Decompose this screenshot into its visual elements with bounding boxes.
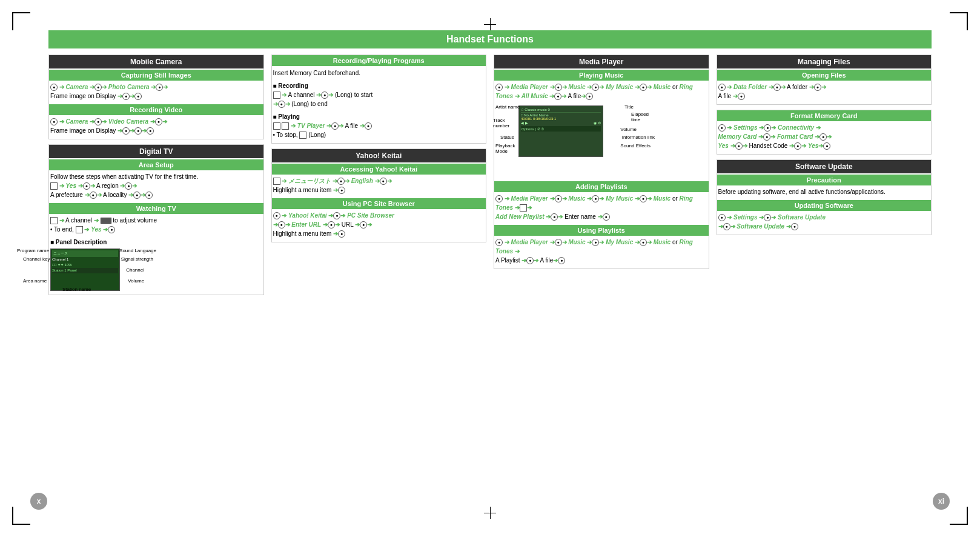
software-update-title: Software Update: [717, 160, 932, 173]
col-managing-files: Managing Files Opening Files ● ➔ Data Fo…: [717, 55, 932, 300]
managing-files-title: Managing Files: [717, 55, 932, 68]
mobile-camera-section: Mobile Camera Capturing Still Images ● ➔…: [48, 55, 264, 139]
col-media-player: Media Player Playing Music ● ➔ Media Pla…: [494, 55, 709, 300]
recording-label: ■ Recording: [273, 81, 485, 90]
icon-end: [76, 226, 83, 233]
insert-memory-card-note: Insert Memory Card beforehand.: [272, 68, 486, 78]
opening-files-title: Opening Files: [717, 70, 932, 81]
pc-site-browser-content: ● ➔ Yahoo! Keitai ➔●➔ PC Site Browser ➔●…: [272, 211, 486, 238]
media-player-section: Media Player Playing Music ● ➔ Media Pla…: [494, 55, 709, 269]
pc-site-browser-title: Using PC Site Browser: [272, 198, 486, 209]
mobile-camera-title: Mobile Camera: [49, 55, 263, 68]
icon-yahoo-access: [273, 178, 280, 185]
crosshair-top: [484, 18, 496, 30]
label-program-name: Program name: [17, 247, 49, 255]
playing-label: ■ Playing: [273, 112, 485, 121]
label-track-number: Tracknumber: [493, 118, 509, 128]
media-screen: ♫ Classic music 0 □ No Artist Name 40/08…: [518, 105, 603, 157]
capturing-still-images-title: Capturing Still Images: [49, 70, 263, 81]
adding-playlists-content: ● ➔ Media Player ➔●➔ Music ➔●➔ My Music …: [494, 194, 709, 221]
yahoo-keitai-section: Yahoo! Keitai Accessing Yahoo! Keitai ➔ …: [271, 148, 487, 242]
label-artist-name: Artist name: [495, 104, 520, 110]
using-playlists-title: Using Playlists: [494, 225, 709, 236]
watching-tv-content: ➔ A channel ➔ to adjust volume • To end,…: [49, 216, 263, 234]
label-channel: Channel: [126, 267, 144, 274]
icon-play: [273, 122, 280, 130]
col-recording: Recording/Playing Programs Insert Memory…: [271, 55, 487, 300]
label-area-name: Area name: [23, 278, 47, 285]
updating-software-title: Updating Software: [717, 200, 932, 211]
media-player-diagram: ♫ Classic music 0 □ No Artist Name 40/08…: [518, 105, 615, 157]
panel-desc-title: ■ Panel Description: [50, 238, 262, 247]
media-player-title: Media Player: [494, 55, 709, 68]
label-information-link: Information link: [622, 135, 655, 140]
tv-panel-img: ニュース Channel 1 □□ ✦✦ 10% Station 1 Panel: [50, 248, 120, 291]
digital-tv-section: Digital TV Area Setup Follow these steps…: [48, 144, 264, 295]
arrow-1: ➔: [59, 84, 64, 90]
format-memory-card-title: Format Memory Card: [717, 110, 932, 121]
watching-tv-title: Watching TV: [49, 203, 263, 214]
label-playback-mode: PlaybackMode: [495, 143, 515, 154]
camera-text: Camera: [66, 84, 88, 90]
btn-icon-1: ●: [50, 84, 58, 91]
label-status: Status: [500, 135, 514, 140]
recording-programs-title: Recording/Playing Programs: [272, 55, 486, 66]
icon-play2: [282, 122, 289, 130]
area-setup-title: Area Setup: [49, 159, 263, 170]
label-station-name: Station name: [62, 286, 91, 293]
format-memory-card-content: ● ➔ Settings ➔●➔ Connectivity ➔ Memory C…: [717, 123, 932, 150]
columns-container: Mobile Camera Capturing Still Images ● ➔…: [48, 55, 932, 300]
accessing-yahoo-content: ➔ メニューリスト ➔●➔ English ➔●➔ Highlight a me…: [272, 176, 486, 195]
panel-description: ■ Panel Description ニュース Channel 1 □□ ✦✦…: [49, 238, 263, 291]
label-elapsed-time: Elapsedtime: [631, 112, 649, 122]
page-number-right: xi: [933, 493, 950, 510]
precaution-title: Precaution: [717, 175, 932, 185]
using-playlists-content: ● ➔ Media Player ➔●➔ Music ➔●➔ My Music …: [494, 238, 709, 265]
label-signal-strength: Signal strength: [121, 256, 153, 263]
corner-mark-bl: [12, 507, 30, 525]
managing-files-section: Managing Files Opening Files ● ➔ Data Fo…: [717, 55, 932, 105]
icon-tv: [50, 182, 58, 190]
page-title: Handset Functions: [48, 30, 932, 48]
software-update-section: Software Update Precaution Before updati…: [717, 159, 932, 235]
recording-content: ■ Recording ➔ A channel ➔●➔ (Long) to st…: [272, 81, 486, 108]
label-sound-language: Sound Language: [119, 247, 156, 255]
label-volume: Volume: [620, 127, 637, 132]
opening-files-content: ● ➔ Data Folder ➔●➔ A folder ➔●➔ A file …: [717, 82, 932, 101]
playing-content: ■ Playing ➔ TV Player ➔●➔ A file ➔● • To…: [272, 112, 486, 139]
page-number-left: x: [30, 493, 47, 510]
label-channel-key: Channel key: [23, 256, 50, 263]
format-memory-card-section: Format Memory Card ● ➔ Settings ➔●➔ Conn…: [717, 110, 932, 155]
playing-music-title: Playing Music: [494, 70, 709, 81]
icon-tv2: [50, 217, 58, 224]
updating-software-content: ● ➔ Settings ➔●➔ Software Update ➔●➔ Sof…: [717, 213, 932, 231]
col-mobile-camera: Mobile Camera Capturing Still Images ● ➔…: [48, 55, 264, 300]
area-setup-content: Follow these steps when activating TV fo…: [49, 172, 263, 199]
label-title: Title: [624, 104, 634, 110]
digital-tv-title: Digital TV: [49, 145, 263, 158]
icon-stop: [299, 132, 306, 139]
corner-mark-tr: [950, 12, 968, 30]
capturing-still-images-content: ● ➔ Camera ➔●➔ Photo Camera ➔●➔ Frame im…: [49, 82, 263, 101]
corner-mark-br: [950, 507, 968, 525]
adding-playlists-title: Adding Playlists: [494, 181, 709, 192]
accessing-yahoo-title: Accessing Yahoo! Keitai: [272, 164, 486, 175]
recording-video-title: Recording Video: [49, 104, 263, 115]
recording-programs-section: Recording/Playing Programs Insert Memory…: [271, 55, 487, 144]
precaution-content: Before updating software, end all active…: [717, 187, 932, 196]
recording-video-content: ● ➔ Camera ➔●➔ Video Camera ➔●➔ Frame im…: [49, 117, 263, 135]
label-volume: Volume: [128, 278, 144, 285]
icon-rec: [273, 92, 280, 99]
crosshair-bottom: [484, 507, 496, 519]
main-container: Handset Functions Mobile Camera Capturin…: [48, 30, 932, 501]
yahoo-keitai-title: Yahoo! Keitai: [272, 149, 486, 162]
playing-music-content: ● ➔ Media Player ➔●➔ Music ➔●➔ My Music …: [494, 82, 709, 101]
corner-mark-tl: [12, 12, 30, 30]
label-sound-effects: Sound Effects: [620, 143, 651, 148]
